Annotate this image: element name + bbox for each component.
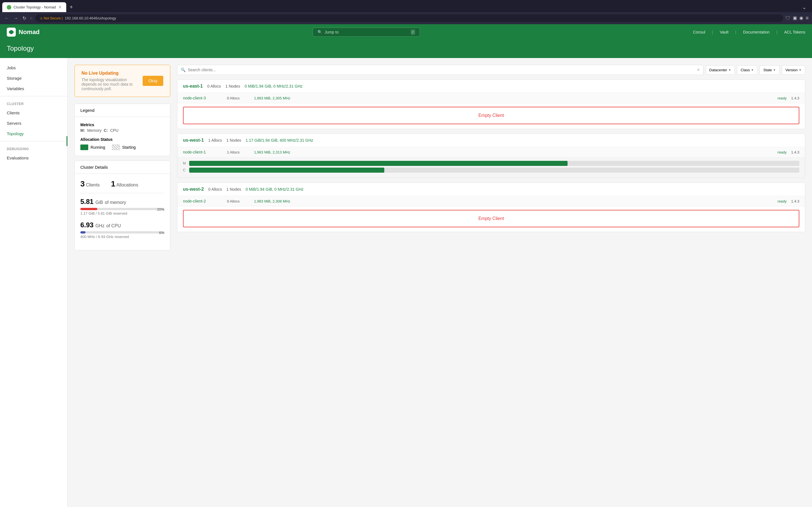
- cpu-title: 6.93 GHz of CPU: [80, 221, 164, 229]
- active-tab[interactable]: Cluster Topology - Nomad ✕: [2, 2, 66, 12]
- node-name-node-client-1[interactable]: node-client-1: [183, 150, 222, 154]
- node-row-node-client-1: node-client-1 1 Allocs 1,983 MiB, 2,313 …: [177, 147, 805, 158]
- datacenter-arrow-icon: ▼: [728, 68, 731, 71]
- memory-bar-track-node-client-1: [189, 161, 799, 166]
- memory-title: 5.81 GiB of memory: [80, 198, 164, 206]
- state-filter[interactable]: State ▼: [760, 65, 779, 75]
- cpu-bar-fill: [80, 231, 86, 233]
- search-icon: 🔍: [317, 30, 322, 34]
- memory-bar-container: 20%: [80, 208, 164, 210]
- debugging-section-label: DEBUGGING: [0, 144, 67, 153]
- acl-tokens-link[interactable]: ACL Tokens: [784, 30, 805, 34]
- memory-percent: 20%: [157, 207, 164, 212]
- node-allocs-node-client-2: 0 Allocs: [227, 199, 250, 203]
- dc-resources-us-west-1: 1.17 GiB/1.94 GiB, 400 MHz/2.31 GHz: [246, 138, 313, 143]
- sidebar-item-jobs[interactable]: Jobs: [0, 62, 67, 73]
- memory-key: M:: [80, 128, 85, 133]
- sidebar-item-clients[interactable]: Clients: [0, 108, 67, 118]
- legend-status-items: Running Starting: [80, 145, 164, 150]
- node-name-node-client-2[interactable]: node-client-2: [183, 199, 222, 203]
- svg-marker-0: [9, 30, 13, 34]
- search-input[interactable]: [188, 68, 695, 72]
- back-button[interactable]: ←: [3, 15, 10, 22]
- url-bar[interactable]: ⚠ Not Secure | 192.168.60.10:4646/ui/top…: [35, 14, 783, 22]
- menu-icon[interactable]: ≡: [806, 15, 809, 21]
- app-logo[interactable]: Nomad: [7, 27, 40, 37]
- legend-metrics: Metrics M: Memory C: CPU: [80, 122, 164, 133]
- tab-close-button[interactable]: ✕: [58, 4, 62, 10]
- main-layout: Jobs Storage Variables CLUSTER Clients S…: [0, 58, 812, 507]
- dc-nodes-us-east-1: 1 Nodes: [225, 84, 240, 89]
- allocations-count: 1: [111, 179, 115, 188]
- datacenter-header-us-east-1: us-east-1 0 Allocs 1 Nodes 0 MiB/1.94 Gi…: [177, 80, 805, 93]
- memory-bar-label-node-client-1: M: [183, 161, 186, 165]
- starting-label: Starting: [122, 145, 136, 150]
- sidebar-item-storage[interactable]: Storage: [0, 73, 67, 83]
- sidebar-item-topology[interactable]: Topology: [0, 128, 67, 139]
- tab-bar: Cluster Topology - Nomad ✕ + ⌄: [0, 0, 812, 12]
- version-filter[interactable]: Version ▼: [782, 65, 805, 75]
- sidebar-item-variables[interactable]: Variables: [0, 83, 67, 94]
- main-content: No Live Updating The topology visualizat…: [68, 58, 812, 507]
- vault-link[interactable]: Vault: [720, 30, 728, 34]
- memory-unit: GiB: [95, 200, 103, 205]
- search-box[interactable]: 🔍 ×: [177, 65, 703, 75]
- alert-message: The topology visualization depends on to…: [82, 77, 138, 91]
- cpu-suffix: of CPU: [106, 223, 121, 228]
- alert-banner: No Live Updating The topology visualizat…: [74, 65, 170, 97]
- content-right: 🔍 × Datacenter ▼ Class ▼ State ▼: [177, 65, 805, 255]
- jump-to-bar[interactable]: 🔍 Jump to /: [313, 27, 420, 37]
- memory-reserved-label: 1.17 GiB / 5.81 GiB reserved: [80, 211, 164, 216]
- documentation-link[interactable]: Documentation: [743, 30, 769, 34]
- class-filter[interactable]: Class ▼: [737, 65, 757, 75]
- cpu-bar-label-node-client-1: C: [183, 168, 186, 172]
- state-filter-label: State: [763, 68, 772, 72]
- cpu-percent: 6%: [159, 231, 164, 235]
- alert-okay-button[interactable]: Okay: [143, 76, 163, 86]
- legend-panel-body: Metrics M: Memory C: CPU Allocation Stat…: [75, 117, 170, 156]
- reload-button[interactable]: ↻: [21, 14, 28, 22]
- page-title: Topology: [7, 45, 805, 52]
- allocations-label: Allocations: [116, 182, 138, 187]
- dc-resources-us-west-2: 0 MiB/1.94 GiB, 0 MHz/2.31 GHz: [246, 187, 303, 191]
- cpu-bar-track-node-client-1: [189, 168, 799, 173]
- node-status-node-client-2: ready: [777, 199, 787, 203]
- reader-icon[interactable]: ▣: [793, 15, 797, 21]
- sep2: |: [735, 30, 737, 34]
- clients-stat: 3 Clients: [80, 179, 100, 188]
- search-clear-button[interactable]: ×: [697, 67, 700, 72]
- dc-allocs-us-west-2: 0 Allocs: [208, 187, 222, 191]
- dc-name-us-east-1: us-east-1: [183, 83, 203, 89]
- search-icon: 🔍: [181, 68, 186, 72]
- memory-resource-section: 5.81 GiB of memory 20% 1.17 GiB / 5.81 G: [80, 198, 164, 216]
- tab-title: Cluster Topology - Nomad: [13, 5, 56, 9]
- sidebar-item-evaluations[interactable]: Evaluations: [0, 153, 67, 163]
- sidebar: Jobs Storage Variables CLUSTER Clients S…: [0, 58, 68, 507]
- dc-name-us-west-2: us-west-2: [183, 187, 204, 192]
- bookmark-button[interactable]: ☆: [30, 16, 33, 20]
- class-filter-label: Class: [741, 68, 750, 72]
- datacenter-filter[interactable]: Datacenter ▼: [706, 65, 735, 75]
- cluster-details-header: Cluster Details: [75, 161, 170, 174]
- logo-icon: [7, 27, 16, 37]
- profile-icon[interactable]: ◉: [799, 15, 803, 21]
- cpu-bar-fill-node-client-1: [189, 168, 384, 173]
- cpu-value: 6.93: [80, 221, 94, 229]
- legend-running: Running: [80, 145, 105, 150]
- datacenter-section-us-west-2: us-west-2 0 Allocs 1 Nodes 0 MiB/1.94 Gi…: [177, 182, 805, 232]
- forward-button[interactable]: →: [12, 15, 19, 22]
- dc-nodes-us-west-1: 1 Nodes: [226, 138, 241, 143]
- allocations-stat: 1 Allocations: [111, 179, 138, 188]
- alert-title: No Live Updating: [82, 71, 138, 76]
- sidebar-divider-1: [0, 96, 67, 96]
- new-tab-button[interactable]: +: [67, 3, 75, 11]
- consul-link[interactable]: Consul: [693, 30, 705, 34]
- node-name-node-client-3[interactable]: node-client-3: [183, 96, 222, 100]
- sidebar-item-servers[interactable]: Servers: [0, 118, 67, 128]
- jump-shortcut: /: [411, 30, 415, 35]
- running-icon: [80, 145, 88, 150]
- sidebar-divider-2: [0, 141, 67, 142]
- status-title: Allocation Status: [80, 137, 164, 142]
- tab-menu-button[interactable]: ⌄: [802, 4, 810, 10]
- app-header: Nomad 🔍 Jump to / Consul | Vault | Docum…: [0, 24, 812, 40]
